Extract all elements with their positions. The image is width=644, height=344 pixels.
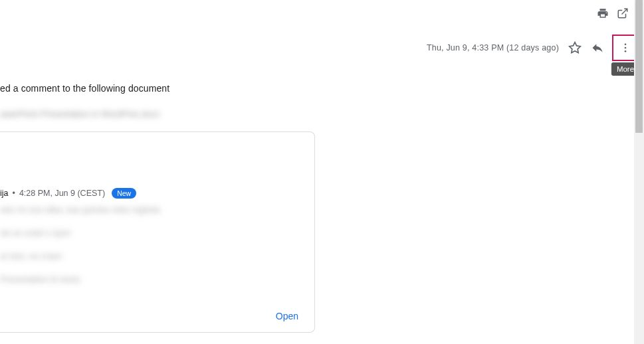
notification-text: ed a comment to the following document [0, 83, 169, 94]
scrollbar-track[interactable] [634, 0, 644, 344]
svg-line-0 [622, 9, 627, 14]
svg-marker-1 [570, 43, 581, 53]
separator: • [13, 189, 15, 198]
reply-icon[interactable] [591, 41, 604, 54]
star-icon[interactable] [568, 41, 582, 54]
open-button[interactable]: Open [276, 311, 298, 321]
document-chip[interactable]: awerPoint Presentation in WordPres.docx [0, 105, 167, 122]
email-timestamp: Thu, Jun 9, 4:33 PM (12 days ago) [427, 43, 559, 52]
comment-card: ija • 4:28 PM, Jun 9 (CEST) New edo mi o… [0, 131, 315, 333]
new-badge: New [112, 188, 136, 199]
more-vert-icon [619, 42, 631, 54]
comment-author: ija [0, 189, 9, 198]
open-new-window-icon[interactable] [616, 7, 629, 20]
svg-point-2 [625, 43, 627, 45]
comment-time: 4:28 PM, Jun 9 (CEST) [19, 189, 105, 198]
comment-body: edo mi ova slika, kao greska neko izgled… [0, 205, 160, 298]
print-icon[interactable] [596, 7, 609, 20]
svg-point-4 [625, 50, 627, 52]
svg-point-3 [625, 47, 627, 49]
scrollbar-thumb[interactable] [635, 0, 643, 133]
